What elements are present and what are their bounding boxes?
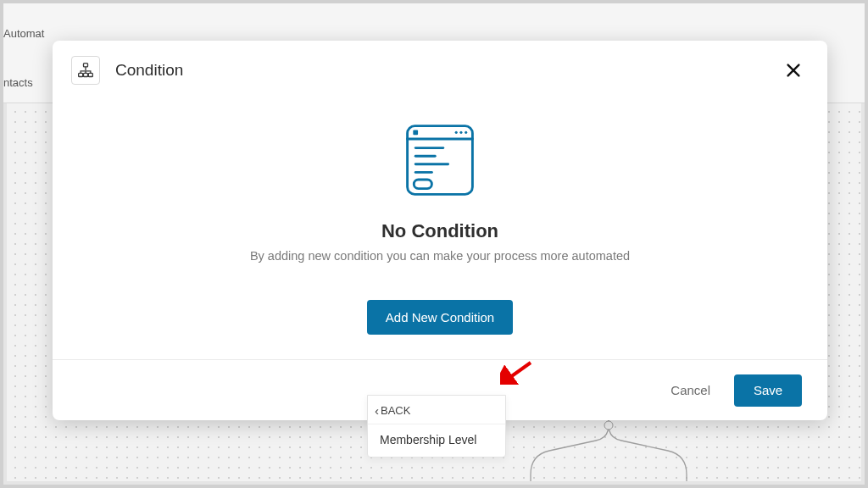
dropdown-item-membership-level[interactable]: Membership Level	[368, 424, 505, 457]
svg-point-0	[604, 421, 613, 430]
bg-tab-contacts: ntacts	[3, 76, 33, 89]
svg-point-9	[465, 131, 467, 134]
svg-point-7	[455, 131, 458, 134]
dropdown-back-label: BACK	[381, 404, 410, 417]
svg-rect-5	[408, 126, 473, 195]
modal-title: Condition	[115, 61, 183, 80]
empty-state-heading: No Condition	[381, 220, 498, 242]
modal-body: No Condition By adding new condition you…	[53, 92, 827, 359]
svg-point-8	[459, 131, 462, 134]
empty-state-icon	[398, 119, 481, 202]
modal-header: Condition	[53, 41, 827, 92]
condition-modal: Condition No Condition By add	[53, 41, 827, 420]
cancel-button[interactable]: Cancel	[670, 383, 710, 397]
close-icon[interactable]	[782, 58, 805, 82]
svg-rect-10	[414, 180, 431, 189]
dropdown-back-button[interactable]: ‹ BACK	[368, 396, 505, 424]
condition-icon	[71, 56, 100, 85]
svg-rect-6	[413, 130, 418, 135]
bg-tab-automations: Automat	[3, 27, 44, 40]
add-new-condition-button[interactable]: Add New Condition	[367, 300, 513, 335]
chevron-left-icon: ‹	[375, 404, 379, 417]
svg-rect-4	[84, 73, 88, 76]
svg-rect-2	[79, 73, 83, 76]
svg-rect-1	[84, 64, 88, 67]
empty-state-subtext: By adding new condition you can make you…	[250, 249, 630, 263]
condition-dropdown: ‹ BACK Membership Level	[367, 395, 506, 458]
save-button[interactable]: Save	[734, 374, 802, 407]
svg-rect-3	[88, 73, 92, 76]
